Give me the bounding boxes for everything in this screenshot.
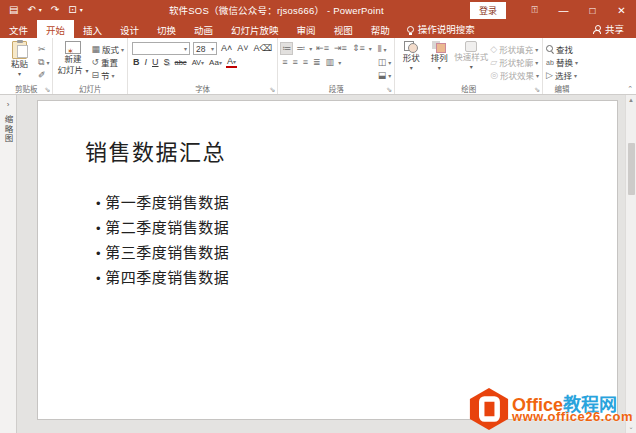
share-button[interactable]: 共享 xyxy=(581,20,636,38)
shapes-button[interactable]: 形状 ▾ xyxy=(398,41,424,83)
paste-dropdown-icon[interactable]: ▾ xyxy=(18,71,21,78)
select-button[interactable]: ▷选择▾ xyxy=(546,69,578,81)
scrollbar-thumb[interactable] xyxy=(628,143,635,195)
font-dialog-launcher-icon[interactable]: ⇘ xyxy=(269,86,275,93)
scroll-up-icon[interactable]: ▲ xyxy=(628,95,634,105)
tab-home[interactable]: 开始 xyxy=(37,20,74,38)
columns-icon[interactable]: ▥ xyxy=(325,57,336,68)
italic-button[interactable]: I xyxy=(144,58,149,67)
redo-icon[interactable]: ↷ xyxy=(51,5,59,15)
decrease-indent-icon[interactable]: ⇤≡ xyxy=(315,43,330,54)
convert-smartart-icon[interactable]: ⬓ xyxy=(378,71,387,80)
workspace: › 缩略图 销售数据汇总 第一季度销售数据 第二季度销售数据 第三季度销售数据 … xyxy=(0,95,636,433)
group-label-drawing: 绘图 xyxy=(395,83,542,94)
change-case-button[interactable]: Aa▾ xyxy=(208,59,223,67)
increase-font-size-icon[interactable]: A˄ xyxy=(220,44,233,53)
arrange-button[interactable]: 排列 ▾ xyxy=(426,41,452,83)
bullet-item[interactable]: 第四季度销售数据 xyxy=(96,266,229,291)
justify-icon[interactable]: ≣ xyxy=(312,57,322,68)
clear-formatting-icon[interactable]: A⌫ xyxy=(253,44,274,53)
align-text-icon[interactable]: ◫ xyxy=(378,58,387,67)
lightbulb-icon xyxy=(407,26,414,33)
quick-styles-button[interactable]: 快速样式 ▾ xyxy=(454,41,488,83)
new-slide-dropdown-icon[interactable]: ▾ xyxy=(85,68,88,74)
new-slide-button[interactable]: 新建 幻灯片 ▾ xyxy=(56,41,89,83)
copy-dropdown-icon[interactable]: ▾ xyxy=(46,59,49,66)
tab-file[interactable]: 文件 xyxy=(0,20,37,38)
collapse-ribbon-icon[interactable]: ⌃ xyxy=(627,85,633,93)
quick-access-toolbar: ▤ ↶▾ ↷ ⊡ ▾ xyxy=(0,5,83,15)
underline-button[interactable]: U xyxy=(151,58,160,67)
align-left-icon[interactable]: ≡ xyxy=(281,57,288,68)
increase-indent-icon[interactable]: ⇥≡ xyxy=(333,43,348,54)
office-logo-icon xyxy=(469,387,509,431)
tab-transitions[interactable]: 切换 xyxy=(148,20,185,38)
slide-canvas[interactable]: 销售数据汇总 第一季度销售数据 第二季度销售数据 第三季度销售数据 第四季度销售… xyxy=(37,100,618,420)
font-name-combobox[interactable]: ▾ xyxy=(132,42,190,55)
sign-in-button[interactable]: 登录 xyxy=(470,2,506,19)
bullet-item[interactable]: 第二季度销售数据 xyxy=(96,216,229,241)
group-label-paragraph: 段落 xyxy=(278,83,394,94)
close-button[interactable]: ✕ xyxy=(607,0,636,20)
undo-icon[interactable]: ↶ xyxy=(27,5,35,15)
shape-effects-button[interactable]: ◎形状效果▾ xyxy=(490,69,539,81)
text-shadow-button[interactable]: S xyxy=(163,58,171,67)
slide-bullet-list[interactable]: 第一季度销售数据 第二季度销售数据 第三季度销售数据 第四季度销售数据 xyxy=(96,191,229,291)
tab-review[interactable]: 审阅 xyxy=(288,20,325,38)
tab-slideshow[interactable]: 幻灯片放映 xyxy=(222,20,288,38)
find-button[interactable]: 查找 xyxy=(546,43,578,55)
line-spacing-icon[interactable]: ⇕≡ xyxy=(351,43,366,54)
shape-outline-button[interactable]: ▱形状轮廓▾ xyxy=(490,56,539,68)
maximize-button[interactable]: □ xyxy=(578,0,607,20)
shape-fill-button[interactable]: ◇形状填充▾ xyxy=(490,43,539,55)
align-center-icon[interactable]: ≡ xyxy=(292,57,299,68)
thumbnail-pane-collapsed[interactable]: › 缩略图 xyxy=(0,95,17,433)
undo-dropdown-icon[interactable]: ▾ xyxy=(39,7,42,13)
align-right-icon[interactable]: ≡ xyxy=(302,57,309,68)
tab-view[interactable]: 视图 xyxy=(325,20,362,38)
paragraph-dialog-launcher-icon[interactable]: ⇘ xyxy=(386,86,392,93)
character-spacing-button[interactable]: AV▾ xyxy=(191,59,205,67)
shapes-label: 形状 xyxy=(403,54,420,64)
group-clipboard: 粘贴 ▾ ✂ ⧉▾ ✐ 剪贴板 ⇘ xyxy=(0,38,53,94)
text-direction-icon[interactable]: ⫴ xyxy=(378,45,382,54)
minimize-button[interactable]: — xyxy=(549,0,578,20)
slide-title[interactable]: 销售数据汇总 xyxy=(85,134,226,166)
numbering-button-icon[interactable]: ≕ xyxy=(295,43,306,54)
expand-thumbnails-icon[interactable]: › xyxy=(7,100,10,109)
layout-button[interactable]: ▦版式▾ xyxy=(91,43,124,55)
replace-button[interactable]: ab替换▾ xyxy=(546,56,578,68)
decrease-font-size-icon[interactable]: A˅ xyxy=(236,44,249,53)
font-size-combobox[interactable]: 28▾ xyxy=(193,42,217,55)
ribbon-home: 粘贴 ▾ ✂ ⧉▾ ✐ 剪贴板 ⇘ 新建 幻灯片 ▾ ▦版式▾ ↺重置 ⊟节▾ … xyxy=(0,38,636,95)
tell-me-search[interactable]: 操作说明搜索 xyxy=(399,20,483,38)
start-slideshow-icon[interactable]: ⊡ xyxy=(68,5,76,15)
clipboard-dialog-launcher-icon[interactable]: ⇘ xyxy=(45,86,51,93)
tab-design[interactable]: 设计 xyxy=(111,20,148,38)
thumbnail-pane-label: 缩略图 xyxy=(2,115,14,144)
strikethrough-button[interactable]: abc xyxy=(174,59,188,67)
cut-icon[interactable]: ✂ xyxy=(38,45,46,54)
paste-button[interactable]: 粘贴 ▾ xyxy=(3,41,36,83)
bullet-item[interactable]: 第三季度销售数据 xyxy=(96,241,229,266)
reset-button[interactable]: ↺重置 xyxy=(91,56,124,68)
save-icon[interactable]: ▤ xyxy=(9,5,18,15)
bullets-button-icon[interactable]: ≔ xyxy=(281,43,292,54)
tab-insert[interactable]: 插入 xyxy=(74,20,111,38)
new-slide-label-1: 新建 xyxy=(64,55,81,65)
arrange-icon xyxy=(432,41,446,53)
find-icon xyxy=(546,45,554,53)
tab-help[interactable]: 帮助 xyxy=(362,20,399,38)
copy-icon[interactable]: ⧉ xyxy=(38,58,44,67)
ribbon-display-options-button[interactable]: ⍐ xyxy=(520,0,549,20)
tab-animations[interactable]: 动画 xyxy=(185,20,222,38)
paste-label: 粘贴 xyxy=(11,60,28,70)
bold-button[interactable]: B xyxy=(132,58,141,67)
section-button[interactable]: ⊟节▾ xyxy=(91,69,124,81)
font-color-button[interactable]: A▾ xyxy=(226,57,237,68)
drawing-dialog-launcher-icon[interactable]: ⇘ xyxy=(534,86,540,93)
vertical-scrollbar[interactable]: ▲ ⌃ ⌄ xyxy=(625,95,636,433)
format-painter-icon[interactable]: ✐ xyxy=(38,71,46,80)
shape-outline-icon: ▱ xyxy=(490,58,497,67)
bullet-item[interactable]: 第一季度销售数据 xyxy=(96,191,229,216)
